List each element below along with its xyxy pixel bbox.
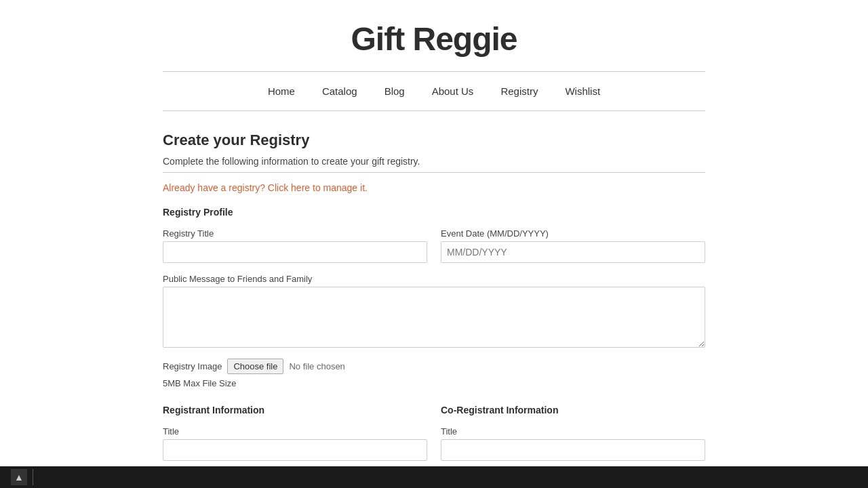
nav-catalog[interactable]: Catalog xyxy=(322,85,357,97)
site-nav: Home Catalog Blog About Us Registry Wish… xyxy=(0,72,868,110)
event-date-label: Event Date (MM/DD/YYYY) xyxy=(441,228,705,239)
nav-registry[interactable]: Registry xyxy=(500,85,538,97)
registrant-heading: Registrant Information xyxy=(163,405,427,415)
nav-wishlist[interactable]: Wishlist xyxy=(565,85,600,97)
bottom-bar-divider xyxy=(33,469,33,485)
main-content: Create your Registry Complete the follow… xyxy=(0,111,868,488)
co-registrant-title-input[interactable] xyxy=(441,439,705,461)
page-subtitle: Complete the following information to cr… xyxy=(163,156,705,167)
public-message-textarea[interactable] xyxy=(163,287,705,348)
public-message-group: Public Message to Friends and Family xyxy=(163,274,705,348)
registry-image-label: Registry Image xyxy=(163,361,222,371)
file-size-note: 5MB Max File Size xyxy=(163,378,705,388)
scroll-up-button[interactable]: ▲ xyxy=(11,469,27,485)
registry-profile-section: Registry Profile Registry Title Event Da… xyxy=(163,207,705,388)
registry-profile-heading: Registry Profile xyxy=(163,207,705,218)
co-registrant-heading: Co-Registrant Information xyxy=(441,405,705,415)
site-title: Gift Reggie xyxy=(14,20,854,58)
existing-registry-link[interactable]: Already have a registry? Click here to m… xyxy=(163,182,705,193)
public-message-label: Public Message to Friends and Family xyxy=(163,274,705,284)
nav-blog[interactable]: Blog xyxy=(384,85,405,97)
no-file-chosen-text: No file chosen xyxy=(289,361,344,371)
event-date-group: Event Date (MM/DD/YYYY) xyxy=(441,228,705,263)
registrant-title-group: Title xyxy=(163,426,427,461)
bottom-bar: ▲ xyxy=(0,466,868,488)
content-divider xyxy=(163,172,705,173)
registrant-title-label: Title xyxy=(163,426,427,436)
registry-title-label: Registry Title xyxy=(163,228,427,239)
registry-title-date-row: Registry Title Event Date (MM/DD/YYYY) xyxy=(163,228,705,263)
nav-about-us[interactable]: About Us xyxy=(432,85,474,97)
co-registrant-title-group: Title xyxy=(441,426,705,461)
registrant-title-input[interactable] xyxy=(163,439,427,461)
site-header: Gift Reggie xyxy=(0,0,868,71)
registry-title-group: Registry Title xyxy=(163,228,427,263)
page-wrapper: Gift Reggie Home Catalog Blog About Us R… xyxy=(0,0,868,488)
file-upload-row: Registry Image Choose file No file chose… xyxy=(163,359,705,374)
choose-file-button[interactable]: Choose file xyxy=(227,359,283,374)
nav-home[interactable]: Home xyxy=(268,85,295,97)
co-registrant-title-label: Title xyxy=(441,426,705,436)
page-title: Create your Registry xyxy=(163,131,705,149)
event-date-input[interactable] xyxy=(441,241,705,263)
registry-title-input[interactable] xyxy=(163,241,427,263)
